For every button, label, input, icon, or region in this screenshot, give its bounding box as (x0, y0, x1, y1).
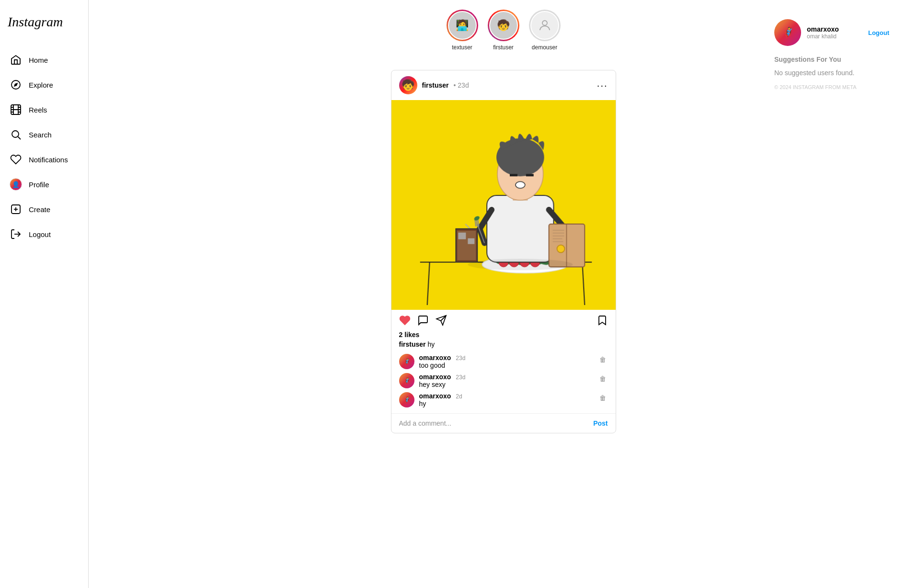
post-time: • 23d (454, 81, 469, 89)
suggestions-title: Suggestions For You (774, 56, 889, 63)
right-user-info: omarxoxo omar khalid (807, 25, 862, 40)
right-fullname: omar khalid (807, 33, 862, 40)
sidebar: Instagram Home Explore Reels (0, 0, 89, 588)
bookmark-button[interactable] (597, 315, 608, 326)
comment-item: 🦸 omarxoxo 23d too good 🗑 (391, 352, 616, 371)
comment-left: 🦸 omarxoxo 23d hey sexy (399, 373, 466, 388)
sidebar-label-notifications: Notifications (29, 156, 68, 164)
heart-icon (10, 153, 22, 166)
svg-point-3 (12, 131, 19, 137)
home-icon (10, 54, 22, 66)
comment-button[interactable] (417, 315, 429, 326)
explore-icon (10, 79, 22, 91)
svg-point-9 (542, 21, 547, 25)
profile-icon: 👤 (10, 178, 22, 191)
stories-bar: 🧑‍💻 textuser 🧒 firstuser (391, 10, 616, 58)
comment-left: 🦸 omarxoxo 2d hy (399, 392, 462, 407)
sidebar-item-reels[interactable]: Reels (6, 98, 82, 122)
delete-comment-button[interactable]: 🗑 (597, 373, 608, 384)
sidebar-item-create[interactable]: Create (6, 197, 82, 221)
svg-line-4 (18, 137, 21, 140)
comment-avatar: 🦸 (399, 392, 414, 407)
delete-comment-button[interactable]: 🗑 (597, 392, 608, 404)
post-canvas (391, 100, 616, 310)
post-image (391, 100, 616, 310)
post-actions (391, 310, 616, 331)
reels-icon (10, 103, 22, 116)
post-card: 🧒 firstuser • 23d ··· (391, 70, 616, 433)
sidebar-item-notifications[interactable]: Notifications (6, 147, 82, 171)
instagram-logo: Instagram (6, 10, 82, 34)
sidebar-item-profile[interactable]: 👤 Profile (6, 172, 82, 196)
comment-text: hey sexy (419, 381, 466, 388)
comment-time: 23d (456, 374, 465, 381)
comment-username: omarxoxo (419, 354, 451, 362)
post-header: 🧒 firstuser • 23d ··· (391, 70, 616, 100)
comment-text: hy (419, 400, 462, 407)
comment-time: 23d (456, 355, 465, 362)
comment-body: omarxoxo 2d hy (419, 392, 462, 407)
search-icon (10, 128, 22, 141)
add-comment-section: Post (391, 413, 616, 433)
comment-username: omarxoxo (419, 373, 451, 381)
story-avatar-firstuser: 🧒 (489, 11, 518, 40)
post-header-left: 🧒 firstuser • 23d (399, 76, 469, 94)
story-firstuser[interactable]: 🧒 firstuser (488, 10, 519, 51)
right-logout-button[interactable]: Logout (868, 29, 889, 36)
comment-input[interactable] (399, 419, 589, 427)
copyright-text: © 2024 INSTAGRAM FROM META (774, 84, 889, 90)
story-avatar-demouser (530, 11, 559, 40)
right-panel-avatar[interactable]: 🦸 (774, 19, 801, 46)
comment-body: omarxoxo 23d too good (419, 354, 466, 369)
sidebar-label-profile: Profile (29, 181, 49, 189)
comment-time: 2d (456, 393, 462, 400)
post-comment-button[interactable]: Post (593, 419, 608, 427)
post-caption: firstuser hy (391, 340, 616, 352)
comment-text: too good (419, 362, 466, 369)
story-username-demouser: demouser (532, 44, 557, 51)
logout-icon (10, 228, 22, 240)
comment-body: omarxoxo 23d hey sexy (419, 373, 466, 388)
comments-section: 🦸 omarxoxo 23d too good 🗑 🦸 (391, 352, 616, 409)
sidebar-item-logout[interactable]: Logout (6, 222, 82, 246)
sidebar-label-search: Search (29, 131, 52, 139)
comment-item: 🦸 omarxoxo 23d hey sexy 🗑 (391, 371, 616, 390)
story-avatar-textuser: 🧑‍💻 (448, 11, 477, 40)
feed-area: 🧑‍💻 textuser 🧒 firstuser (391, 10, 616, 578)
delete-comment-button[interactable]: 🗑 (597, 354, 608, 365)
sidebar-item-explore[interactable]: Explore (6, 73, 82, 97)
story-textuser[interactable]: 🧑‍💻 textuser (447, 10, 478, 51)
comment-item: 🦸 omarxoxo 2d hy 🗑 (391, 390, 616, 409)
post-user-avatar[interactable]: 🧒 (399, 76, 417, 94)
comment-username: omarxoxo (419, 392, 451, 400)
post-username: firstuser (422, 81, 449, 89)
post-likes-count: 2 likes (391, 331, 616, 340)
sidebar-label-explore: Explore (29, 81, 53, 89)
story-ring-textuser: 🧑‍💻 (447, 10, 478, 41)
sidebar-item-home[interactable]: Home (6, 48, 82, 72)
share-button[interactable] (436, 315, 447, 326)
story-username-firstuser: firstuser (493, 44, 514, 51)
create-icon (10, 203, 22, 215)
svg-marker-1 (14, 83, 18, 87)
sidebar-label-reels: Reels (29, 106, 47, 114)
story-username-textuser: textuser (452, 44, 472, 51)
right-panel: 🦸 omarxoxo omar khalid Logout Suggestion… (765, 10, 899, 100)
story-demouser[interactable]: demouser (529, 10, 561, 51)
sidebar-item-search[interactable]: Search (6, 123, 82, 147)
like-button[interactable] (399, 315, 411, 326)
comment-avatar: 🦸 (399, 354, 414, 369)
no-suggestions-text: No suggested users found. (774, 69, 889, 77)
post-more-button[interactable]: ··· (597, 80, 608, 91)
right-username: omarxoxo (807, 25, 862, 33)
comment-avatar: 🦸 (399, 373, 414, 388)
right-user-row: 🦸 omarxoxo omar khalid Logout (774, 19, 889, 46)
story-ring-demouser (529, 10, 561, 41)
sidebar-label-logout: Logout (29, 230, 51, 238)
post-actions-left (399, 315, 447, 326)
story-ring-firstuser: 🧒 (488, 10, 519, 41)
sidebar-label-home: Home (29, 56, 48, 64)
comment-left: 🦸 omarxoxo 23d too good (399, 354, 466, 369)
sidebar-label-create: Create (29, 205, 50, 214)
caption-username: firstuser (399, 340, 426, 348)
